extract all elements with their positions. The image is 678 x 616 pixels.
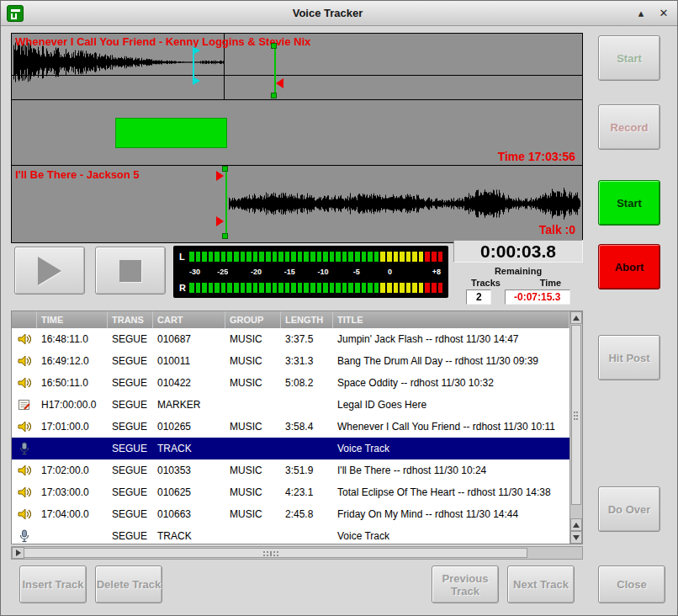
segue-marker[interactable] — [276, 78, 283, 88]
track1-pane[interactable]: Whenever I Call You Friend - Kenny Loggi… — [11, 33, 583, 100]
track-row[interactable]: H17:00:00.0SEGUEMARKERLegal ID Goes Here — [12, 394, 569, 416]
meter-segment — [330, 252, 335, 262]
track-start-top-handle[interactable] — [271, 43, 277, 49]
track-row[interactable]: 17:03:00.0SEGUE010625MUSIC4:23.1Total Ec… — [12, 481, 569, 503]
meter-tick: -25 — [217, 268, 228, 276]
track2-start-bottom-handle[interactable] — [222, 233, 228, 239]
elapsed-time-display: 0:00:03.8 — [453, 240, 583, 263]
meter-tick: -5 — [353, 268, 360, 276]
track-row[interactable]: 17:02:00.0SEGUE010353MUSIC3:51.9I'll Be … — [12, 459, 569, 481]
track2-pane[interactable]: I'll Be There - Jackson 5 Talk :0 — [11, 166, 583, 243]
meter-segment — [374, 283, 379, 293]
meter-segment — [285, 283, 290, 293]
cell-trans: SEGUE — [108, 508, 153, 520]
cell-title: Jumpin' Jack Flash -- rdhost 11/30 14:47 — [333, 333, 569, 345]
cell-title: Whenever I Call You Friend -- rdhost 11/… — [333, 421, 569, 433]
column-header-group[interactable]: GROUP — [225, 311, 281, 328]
meter-segment — [221, 252, 226, 262]
meter-segment — [368, 283, 373, 293]
meter-segment — [234, 283, 239, 293]
do-over-button[interactable]: Do Over — [598, 486, 660, 532]
meter-segment — [406, 283, 411, 293]
close-window-button[interactable]: Close — [598, 566, 665, 603]
track-row[interactable]: 16:48:11.0SEGUE010687MUSIC3:37.5Jumpin' … — [12, 328, 569, 350]
track-list-header: TIMETRANSCARTGROUPLENGTHTITLE — [12, 311, 569, 328]
remaining-tracks-label: Tracks — [453, 278, 518, 288]
meter-segment — [253, 283, 258, 293]
speaker-icon — [12, 507, 37, 521]
meter-segment — [304, 283, 309, 293]
talk-marker-bottom-handle[interactable] — [193, 77, 200, 85]
talk-label: Talk :0 — [539, 223, 575, 236]
horizontal-scrollbar[interactable] — [11, 546, 583, 560]
track-start-bottom-handle[interactable] — [271, 93, 277, 98]
delete-track-button[interactable]: Delete Track — [95, 566, 162, 603]
cell-trans: SEGUE — [108, 333, 153, 345]
track-row[interactable]: SEGUETRACKVoice Track — [12, 438, 569, 459]
scroll-up-button-2[interactable] — [570, 518, 582, 531]
track-row[interactable]: SEGUETRACKVoice Track — [12, 525, 569, 544]
track-row[interactable]: 16:50:11.0SEGUE010422MUSIC5:08.2Space Od… — [12, 372, 569, 394]
shade-button[interactable]: ▴ — [632, 4, 650, 23]
talk-marker-top-handle[interactable] — [193, 46, 200, 55]
remaining-label: Remaining — [453, 266, 583, 276]
previous-track-button[interactable]: Previous Track — [432, 566, 499, 603]
meter-segment — [380, 252, 385, 262]
track-row[interactable]: 16:49:12.0SEGUE010011MUSIC3:31.3Bang The… — [12, 350, 569, 372]
meter-segment — [330, 283, 335, 293]
meter-segment — [259, 283, 264, 293]
marker-icon — [12, 398, 37, 412]
cell-time: 16:48:11.0 — [37, 333, 108, 345]
record-button[interactable]: Record — [598, 104, 660, 150]
meter-segment — [304, 252, 309, 262]
vscroll-thumb[interactable] — [571, 325, 581, 505]
titlebar[interactable]: Voice Tracker ▴ ✕ — [1, 1, 677, 26]
meter-segment — [438, 252, 443, 262]
window-title: Voice Tracker — [24, 7, 632, 19]
voicetrack-pane[interactable]: Time 17:03:56 — [11, 100, 583, 166]
scroll-up-button[interactable] — [570, 311, 582, 324]
abort-button[interactable]: Abort — [598, 244, 660, 289]
vertical-scrollbar[interactable] — [569, 311, 582, 544]
column-header-time[interactable]: TIME — [37, 311, 108, 328]
meter-segment — [412, 252, 417, 262]
hscroll-thumb[interactable] — [13, 548, 527, 558]
remaining-time-label: Time — [518, 278, 583, 288]
column-header-trans[interactable]: TRANS — [108, 311, 153, 328]
cell-cart: 010353 — [153, 465, 225, 476]
start-track1-button[interactable]: Start — [598, 35, 660, 81]
track-start-marker-line[interactable] — [274, 45, 276, 98]
stop-icon — [119, 260, 141, 282]
track2-start-marker-line[interactable] — [225, 168, 227, 239]
cell-title: Voice Track — [333, 530, 569, 542]
column-header-icon[interactable] — [12, 311, 37, 328]
column-header-length[interactable]: LENGTH — [281, 311, 333, 328]
close-icon[interactable]: ✕ — [654, 4, 673, 23]
meter-segment — [278, 283, 283, 293]
meter-right-label: R — [179, 283, 189, 293]
next-track-button[interactable]: Next Track — [507, 566, 575, 603]
column-header-title[interactable]: TITLE — [333, 311, 569, 328]
waveform-divider-line — [12, 75, 582, 76]
meter-tick: 0 — [388, 268, 392, 276]
track-row[interactable]: 17:04:00.0SEGUE010663MUSIC2:45.8Friday O… — [12, 503, 569, 525]
scroll-right-button[interactable] — [12, 547, 24, 559]
cell-title: Legal ID Goes Here — [333, 399, 569, 411]
app-icon[interactable] — [7, 5, 24, 22]
meter-segment — [362, 252, 367, 262]
track-row[interactable]: 17:01:00.0SEGUE010265MUSIC3:58.4Whenever… — [12, 416, 569, 438]
start-track2-button[interactable]: Start — [598, 180, 660, 226]
meter-segment — [336, 283, 341, 293]
column-header-cart[interactable]: CART — [153, 311, 225, 328]
play-button[interactable] — [14, 247, 85, 295]
track2-segue-marker-bottom[interactable] — [216, 216, 224, 226]
meter-segment — [406, 252, 411, 262]
cell-cart: 010265 — [153, 421, 225, 433]
voicetrack-region[interactable] — [115, 118, 227, 148]
cell-cart: 010687 — [153, 333, 225, 345]
hit-post-button[interactable]: Hit Post — [598, 335, 660, 380]
stop-button[interactable] — [95, 247, 166, 295]
insert-track-button[interactable]: Insert Track — [19, 566, 87, 603]
track2-segue-marker-top[interactable] — [216, 171, 224, 181]
scroll-down-button[interactable] — [570, 531, 582, 544]
